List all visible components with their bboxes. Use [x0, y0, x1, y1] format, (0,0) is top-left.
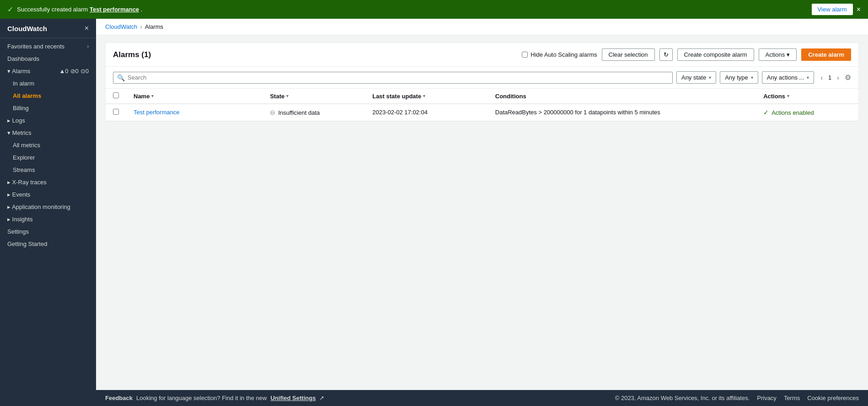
- type-filter-arrow-icon: ▾: [751, 75, 753, 80]
- search-input[interactable]: [128, 74, 669, 81]
- sidebar-close-button[interactable]: ×: [85, 24, 89, 32]
- sidebar-item-streams-label: Streams: [13, 166, 35, 173]
- sidebar-item-in-alarm[interactable]: In alarm: [0, 77, 96, 90]
- hide-autoscaling-checkbox[interactable]: [522, 52, 528, 58]
- toolbar-right: ‹ 1 › ⚙: [818, 73, 851, 82]
- sidebar-item-alarms[interactable]: ▾ Alarms ▲0 ⊘0 ⊙0: [0, 65, 96, 77]
- insufficient-data-icon: ⊖: [270, 109, 275, 116]
- sidebar-item-metrics[interactable]: ▾ Metrics: [0, 127, 96, 139]
- footer-left: Feedback Looking for language selection?…: [105, 395, 324, 401]
- sidebar-header: CloudWatch ×: [0, 19, 96, 38]
- row-name-cell: Test performance: [126, 104, 263, 121]
- prev-page-button[interactable]: ‹: [818, 73, 825, 82]
- refresh-button[interactable]: ↻: [659, 48, 673, 61]
- toolbar: 🔍 Any state ▾ Any type ▾ Any actions ...…: [106, 67, 858, 89]
- actions-button[interactable]: Actions ▾: [759, 48, 797, 61]
- next-page-button[interactable]: ›: [834, 73, 842, 82]
- sidebar-item-all-metrics[interactable]: All metrics: [0, 139, 96, 151]
- privacy-link[interactable]: Privacy: [757, 395, 777, 401]
- unified-settings-link[interactable]: Unified Settings: [270, 395, 316, 401]
- row-last-update-cell: 2023-02-02 17:02:04: [365, 104, 488, 121]
- sidebar: CloudWatch × Favorites and recents › Das…: [0, 19, 96, 406]
- th-last-update-label: Last state update: [372, 93, 421, 100]
- sidebar-item-logs-label: ▸ Logs: [7, 117, 25, 124]
- search-container: 🔍: [113, 72, 673, 84]
- row-actions-cell: ✓ Actions enabled: [756, 104, 858, 121]
- sidebar-item-xray[interactable]: ▸ X-Ray traces: [0, 176, 96, 188]
- row-conditions-cell: DataReadBytes > 200000000 for 1 datapoin…: [488, 104, 756, 121]
- panel-title: Alarms (1): [113, 50, 151, 59]
- sidebar-title: CloudWatch: [7, 25, 47, 32]
- last-update-sort-icon: ▾: [423, 94, 425, 98]
- alarm-link[interactable]: Test performance: [90, 6, 139, 13]
- th-name[interactable]: Name ▾: [126, 89, 263, 104]
- row-checkbox[interactable]: [113, 109, 119, 115]
- chevron-right-icon: ›: [87, 44, 89, 49]
- cookie-preferences-link[interactable]: Cookie preferences: [807, 395, 859, 401]
- sidebar-item-favorites-label: Favorites and recents: [7, 43, 64, 50]
- sidebar-item-dashboards[interactable]: Dashboards: [0, 53, 96, 65]
- sidebar-item-explorer-label: Explorer: [13, 154, 35, 161]
- state-filter-arrow-icon: ▾: [709, 75, 711, 80]
- sidebar-item-insights[interactable]: ▸ Insights: [0, 213, 96, 225]
- type-filter[interactable]: Any type ▾: [720, 71, 758, 84]
- breadcrumb-current: Alarms: [145, 23, 163, 30]
- terms-link[interactable]: Terms: [784, 395, 800, 401]
- panel-header: Alarms (1) Hide Auto Scaling alarms Clea…: [106, 43, 858, 67]
- success-text: Successfully created alarm Test performa…: [17, 6, 142, 13]
- th-last-update[interactable]: Last state update ▾: [365, 89, 488, 104]
- alarm-name-link[interactable]: Test performance: [134, 109, 179, 116]
- settings-icon[interactable]: ⚙: [845, 73, 851, 82]
- actions-filter[interactable]: Any actions ... ▾: [762, 71, 814, 84]
- sidebar-item-getting-started[interactable]: Getting Started: [0, 238, 96, 250]
- alarms-table: Name ▾ State ▾: [106, 89, 858, 121]
- hide-autoscaling-label: Hide Auto Scaling alarms: [522, 51, 597, 58]
- select-all-checkbox[interactable]: [113, 92, 119, 98]
- last-update-value: 2023-02-02 17:02:04: [372, 109, 428, 116]
- sidebar-item-logs[interactable]: ▸ Logs: [0, 114, 96, 127]
- sidebar-item-events[interactable]: ▸ Events: [0, 188, 96, 201]
- breadcrumb-separator: ›: [140, 23, 142, 30]
- th-state[interactable]: State ▾: [263, 89, 365, 104]
- view-alarm-button[interactable]: View alarm: [812, 4, 853, 15]
- feedback-button[interactable]: Feedback: [105, 395, 133, 401]
- sidebar-item-settings[interactable]: Settings: [0, 225, 96, 238]
- th-checkbox: [106, 89, 126, 104]
- sidebar-item-all-alarms[interactable]: All alarms: [0, 90, 96, 102]
- sidebar-item-xray-label: ▸ X-Ray traces: [7, 179, 47, 186]
- success-suffix: .: [141, 6, 143, 13]
- sidebar-item-streams[interactable]: Streams: [0, 164, 96, 176]
- th-conditions: Conditions: [488, 89, 756, 104]
- table-header-row: Name ▾ State ▾: [106, 89, 858, 104]
- th-actions-label: Actions: [763, 93, 785, 100]
- sidebar-nav: Favorites and recents › Dashboards ▾ Ala…: [0, 38, 96, 252]
- sidebar-item-explorer[interactable]: Explorer: [0, 151, 96, 164]
- sidebar-item-billing-label: Billing: [13, 105, 29, 112]
- actions-arrow-icon: ▾: [787, 51, 790, 58]
- state-filter[interactable]: Any state ▾: [676, 71, 716, 84]
- create-composite-alarm-button[interactable]: Create composite alarm: [677, 48, 754, 61]
- success-icon: ✓: [7, 5, 13, 14]
- th-conditions-label: Conditions: [495, 93, 526, 100]
- sidebar-item-favorites[interactable]: Favorites and recents ›: [0, 40, 96, 53]
- th-actions[interactable]: Actions ▾: [756, 89, 858, 104]
- search-icon: 🔍: [117, 74, 125, 81]
- clear-selection-button[interactable]: Clear selection: [602, 48, 655, 61]
- footer-language-text: Looking for language selection? Find it …: [136, 395, 267, 401]
- page-number: 1: [828, 74, 831, 81]
- sidebar-item-events-label: ▸ Events: [7, 191, 30, 198]
- sidebar-item-all-metrics-label: All metrics: [13, 142, 40, 149]
- close-success-button[interactable]: ×: [857, 5, 861, 14]
- sidebar-item-alarms-label: ▾ Alarms: [7, 68, 30, 75]
- sidebar-item-app-monitoring-label: ▸ Application monitoring: [7, 203, 70, 210]
- sidebar-item-billing[interactable]: Billing: [0, 102, 96, 114]
- breadcrumb: CloudWatch › Alarms: [96, 19, 868, 35]
- actions-enabled-badge: ✓ Actions enabled: [763, 109, 851, 116]
- sidebar-item-app-monitoring[interactable]: ▸ Application monitoring: [0, 201, 96, 213]
- sidebar-item-all-alarms-label: All alarms: [13, 92, 41, 99]
- actions-filter-label: Any actions ...: [767, 74, 804, 81]
- breadcrumb-parent[interactable]: CloudWatch: [105, 23, 137, 30]
- sidebar-item-settings-label: Settings: [7, 228, 29, 235]
- actions-sort-icon: ▾: [787, 94, 789, 98]
- create-alarm-button[interactable]: Create alarm: [801, 48, 851, 61]
